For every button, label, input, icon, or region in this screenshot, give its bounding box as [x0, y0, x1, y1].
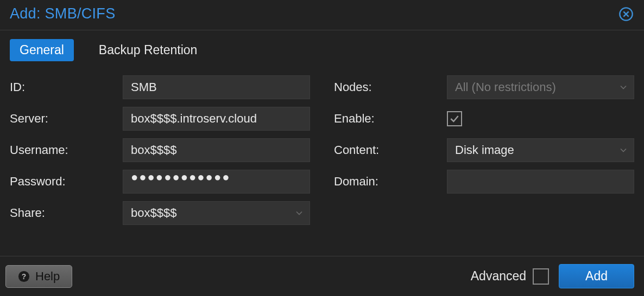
share-field[interactable] — [123, 201, 310, 225]
domain-field[interactable] — [447, 170, 634, 194]
label-enable: Enable: — [334, 112, 447, 126]
row-share: Share: — [10, 201, 310, 225]
tab-backup-retention[interactable]: Backup Retention — [89, 39, 207, 61]
label-domain: Domain: — [334, 175, 447, 189]
id-field[interactable] — [123, 75, 310, 99]
server-field[interactable] — [123, 107, 310, 131]
row-id: ID: — [10, 75, 310, 99]
dialog-footer: ? Help Advanced Add — [0, 256, 644, 296]
row-content: Content: — [334, 138, 634, 162]
dialog-title: Add: SMB/CIFS — [10, 5, 115, 22]
dialog-titlebar: Add: SMB/CIFS — [0, 0, 644, 30]
advanced-checkbox[interactable] — [533, 268, 549, 285]
help-button-label: Help — [35, 269, 60, 284]
form-area: ID: Server: Username: Password: — [0, 71, 644, 256]
nodes-field[interactable] — [447, 75, 634, 99]
tab-general[interactable]: General — [10, 39, 74, 61]
label-id: ID: — [10, 80, 123, 94]
help-icon: ? — [18, 271, 30, 282]
form-column-right: Nodes: Enable: — [334, 75, 634, 253]
advanced-toggle[interactable]: Advanced — [471, 268, 549, 285]
content-field[interactable] — [447, 138, 634, 162]
help-button[interactable]: ? Help — [5, 265, 72, 288]
content-select[interactable] — [447, 138, 634, 162]
label-username: Username: — [10, 143, 123, 157]
label-share: Share: — [10, 206, 123, 220]
row-enable: Enable: — [334, 107, 634, 131]
row-domain: Domain: — [334, 170, 634, 194]
row-password: Password: ●●●●●●●●●●●● — [10, 170, 310, 194]
advanced-label: Advanced — [471, 269, 526, 284]
row-server: Server: — [10, 107, 310, 131]
row-username: Username: — [10, 138, 310, 162]
password-field[interactable]: ●●●●●●●●●●●● — [123, 170, 310, 194]
add-button[interactable]: Add — [559, 264, 634, 288]
row-nodes: Nodes: — [334, 75, 634, 99]
enable-checkbox[interactable] — [447, 111, 462, 126]
tab-strip: General Backup Retention — [0, 30, 644, 71]
label-server: Server: — [10, 112, 123, 126]
label-content: Content: — [334, 143, 447, 157]
username-field[interactable] — [123, 138, 310, 162]
share-select[interactable] — [123, 201, 310, 225]
svg-text:?: ? — [22, 272, 26, 280]
nodes-select[interactable] — [447, 75, 634, 99]
form-column-left: ID: Server: Username: Password: — [10, 75, 310, 253]
close-icon[interactable] — [618, 6, 634, 22]
footer-right: Advanced Add — [471, 264, 634, 288]
label-password: Password: — [10, 175, 123, 189]
add-smb-cifs-dialog: Add: SMB/CIFS General Backup Retention I… — [0, 0, 644, 296]
label-nodes: Nodes: — [334, 80, 447, 94]
